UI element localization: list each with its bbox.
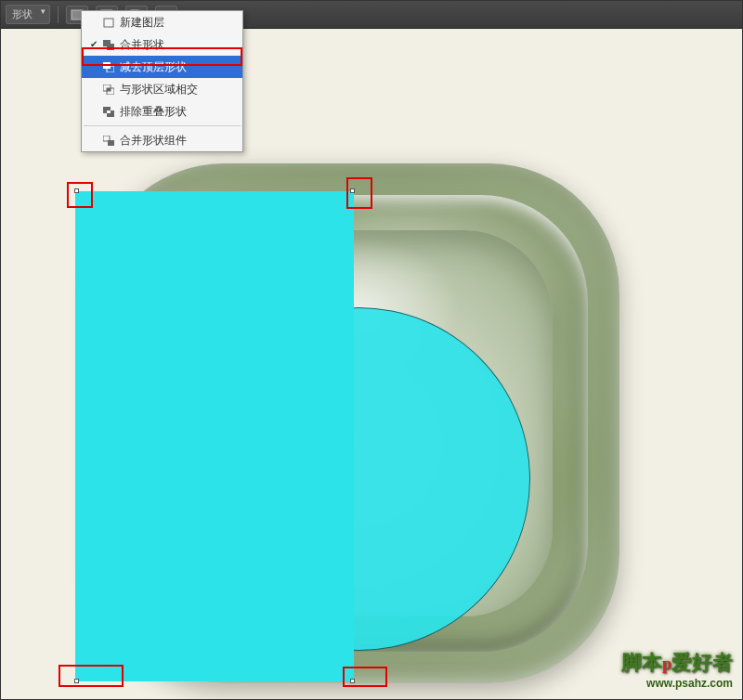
menu-item-new-layer[interactable]: 新建图层 bbox=[82, 11, 242, 33]
svg-rect-11 bbox=[107, 88, 111, 91]
menu-separator bbox=[84, 125, 241, 126]
menu-item-merge-components[interactable]: 合并形状组件 bbox=[82, 129, 242, 151]
toolbar-divider bbox=[58, 6, 59, 23]
menu-label: 排除重叠形状 bbox=[116, 104, 238, 119]
selection-handle-tl[interactable] bbox=[74, 188, 79, 193]
intersect-icon bbox=[101, 83, 116, 96]
menu-label: 减去顶层形状 bbox=[116, 59, 238, 74]
menu-check-active: ✔ bbox=[86, 37, 101, 52]
menu-label: 新建图层 bbox=[116, 15, 238, 30]
selection-handle-br[interactable] bbox=[350, 679, 355, 683]
path-operations-menu: 新建图层 ✔ 合并形状 减去顶层形状 与形状区域相交 排除重叠形状 合并形状 bbox=[81, 10, 243, 152]
menu-item-combine[interactable]: ✔ 合并形状 bbox=[82, 33, 242, 56]
combine-icon bbox=[101, 38, 116, 51]
svg-rect-6 bbox=[107, 44, 114, 50]
selection-handle-bl[interactable] bbox=[74, 679, 79, 683]
menu-item-subtract[interactable]: 减去顶层形状 bbox=[82, 56, 242, 78]
svg-rect-4 bbox=[104, 19, 113, 27]
watermark-text-left: 脚本 bbox=[621, 651, 662, 674]
menu-item-exclude[interactable]: 排除重叠形状 bbox=[82, 100, 242, 123]
watermark-brand: 脚本p爱好者 bbox=[621, 649, 733, 677]
svg-rect-13 bbox=[108, 140, 114, 146]
watermark-text-right: 爱好者 bbox=[671, 651, 733, 674]
exclude-icon bbox=[101, 105, 116, 118]
menu-label: 与形状区域相交 bbox=[116, 82, 238, 97]
menu-label: 合并形状 bbox=[116, 37, 238, 52]
mode-dropdown[interactable]: 形状 bbox=[6, 5, 50, 24]
selection-handle-tr[interactable] bbox=[350, 188, 355, 193]
watermark: 脚本p爱好者 www.psahz.com bbox=[621, 649, 733, 690]
menu-item-intersect[interactable]: 与形状区域相交 bbox=[82, 78, 242, 100]
merge-components-icon bbox=[101, 134, 116, 147]
subtract-icon bbox=[101, 60, 116, 73]
new-layer-icon bbox=[101, 16, 116, 29]
watermark-url: www.psahz.com bbox=[621, 677, 733, 690]
rectangle-path[interactable] bbox=[75, 191, 354, 681]
menu-label: 合并形状组件 bbox=[116, 133, 238, 148]
watermark-logo: p bbox=[662, 655, 671, 673]
